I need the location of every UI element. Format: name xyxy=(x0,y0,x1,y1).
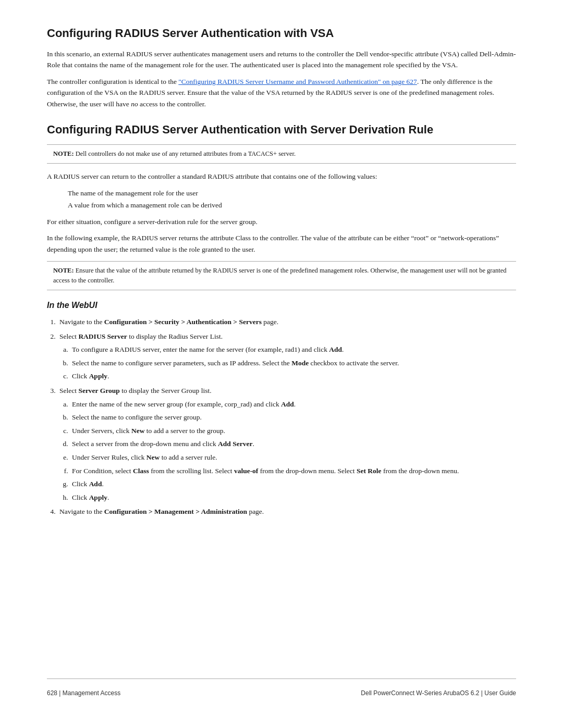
webui-step-1: Navigate to the Configuration > Security… xyxy=(57,316,516,328)
step3f-bold3: Set Role xyxy=(357,467,382,475)
bullet-item-2: A value from which a management role can… xyxy=(68,200,516,211)
step3h-text: Click xyxy=(72,493,89,501)
bullet-item-1: The name of the management role for the … xyxy=(68,188,516,199)
webui-subtitle: In the WebUI xyxy=(47,301,516,310)
footer-left: 628 | Management Access xyxy=(47,689,120,697)
step3d-text: Select a server from the drop-down menu … xyxy=(72,440,218,448)
main-content: Configuring RADIUS Server Authentication… xyxy=(47,26,516,678)
step3-sub-list: Enter the name of the new server group (… xyxy=(70,399,516,503)
derivation-bullet-list: The name of the management role for the … xyxy=(68,188,516,211)
vsa-para2-prefix: The controller configuration is identica… xyxy=(47,78,178,85)
step3f-mid2: from the drop-down menu. Select xyxy=(258,467,357,475)
step3h: Click Apply. xyxy=(70,492,516,503)
step3-bold: Server Group xyxy=(78,387,119,394)
step3e-bold: New xyxy=(146,453,160,461)
step2-sub-list: To configure a RADIUS server, enter the … xyxy=(70,344,516,382)
step3g-bold: Add xyxy=(89,480,102,488)
step3e-text: Under Server Rules, click xyxy=(72,453,146,461)
step2-end: to display the Radius Server List. xyxy=(127,332,223,340)
step3d-end: . xyxy=(252,440,254,448)
note-1-body: Dell controllers do not make use of any … xyxy=(76,150,296,157)
step3f: For Condition, select Class from the scr… xyxy=(70,465,516,477)
footer-right: Dell PowerConnect W-Series ArubaOS 6.2 |… xyxy=(361,689,516,697)
step2c-bold: Apply xyxy=(89,372,107,380)
step3a: Enter the name of the new server group (… xyxy=(70,399,516,410)
step3a-end: . xyxy=(294,400,296,408)
step3g-end: . xyxy=(102,480,103,488)
bullet-text-2: A value from which a management role can… xyxy=(68,201,222,209)
step2a-bold: Add xyxy=(329,346,342,353)
note-2-text: NOTE: Ensure that the value of the attri… xyxy=(53,266,510,286)
step1-prefix: Navigate to the xyxy=(59,318,104,326)
note-2-label: NOTE: xyxy=(53,267,74,274)
step3d-bold: Add Server xyxy=(218,440,252,448)
step1-end: page. xyxy=(262,318,278,326)
step3-end: to display the Server Group list. xyxy=(120,387,212,394)
step3a-bold: Add xyxy=(281,400,294,408)
step4-prefix: Navigate to the xyxy=(59,508,104,515)
derivation-para2: For either situation, configure a server… xyxy=(47,216,516,228)
note-box-2: NOTE: Ensure that the value of the attri… xyxy=(47,261,516,290)
vsa-para2-italic: no xyxy=(131,100,138,108)
vsa-title: Configuring RADIUS Server Authentication… xyxy=(47,26,516,41)
step3-prefix: Select xyxy=(59,387,78,394)
page-footer: 628 | Management Access Dell PowerConnec… xyxy=(47,678,516,697)
vsa-para1: In this scenario, an external RADIUS ser… xyxy=(47,48,516,71)
note-box-1: NOTE: Dell controllers do not make use o… xyxy=(47,144,516,164)
webui-step-3: Select Server Group to display the Serve… xyxy=(57,385,516,503)
step3e: Under Server Rules, click New to add a s… xyxy=(70,452,516,463)
step2-prefix: Select xyxy=(59,332,78,340)
step3c-bold: New xyxy=(131,427,145,435)
step3a-text: Enter the name of the new server group (… xyxy=(72,400,281,408)
step3b: Select the name to configure the server … xyxy=(70,412,516,423)
step2c-end: . xyxy=(107,372,109,380)
step3f-bold2: value-of xyxy=(234,467,259,475)
derivation-para1: A RADIUS server can return to the contro… xyxy=(47,171,516,182)
step2a-text: To configure a RADIUS server, enter the … xyxy=(72,346,329,353)
step3e-end: to add a server rule. xyxy=(160,453,217,461)
step2b-prefix: Select the name to configure server para… xyxy=(72,359,291,367)
vsa-para2-end: access to the controller. xyxy=(138,100,206,108)
webui-steps-list: Navigate to the Configuration > Security… xyxy=(57,316,516,517)
step2b-bold: Mode xyxy=(291,359,309,367)
step2a: To configure a RADIUS server, enter the … xyxy=(70,344,516,355)
step3h-bold: Apply xyxy=(89,493,107,501)
step3c-end: to add a server to the group. xyxy=(144,427,225,435)
step4-end: page. xyxy=(247,508,264,515)
note-2-body: Ensure that the value of the attribute r… xyxy=(53,267,507,284)
note-1-text: NOTE: Dell controllers do not make use o… xyxy=(53,149,510,159)
step4-bold: Configuration > Management > Administrat… xyxy=(104,508,247,515)
bullet-text-1: The name of the management role for the … xyxy=(68,189,198,197)
step3c: Under Servers, click New to add a server… xyxy=(70,425,516,437)
step3f-end: from the drop-down menu. xyxy=(382,467,459,475)
vsa-para2-link[interactable]: "Configuring RADIUS Server Username and … xyxy=(178,78,417,85)
step1-bold: Configuration > Security > Authenticatio… xyxy=(104,318,262,326)
step3f-mid1: from the scrolling list. Select xyxy=(149,467,234,475)
note-1-label: NOTE: xyxy=(53,150,74,157)
step2b: Select the name to configure server para… xyxy=(70,357,516,369)
step3g: Click Add. xyxy=(70,478,516,490)
webui-step-4: Navigate to the Configuration > Manageme… xyxy=(57,506,516,517)
step3d: Select a server from the drop-down menu … xyxy=(70,438,516,450)
step3h-end: . xyxy=(107,493,109,501)
step2c: Click Apply. xyxy=(70,371,516,382)
step3f-bold1: Class xyxy=(133,467,149,475)
vsa-para2: The controller configuration is identica… xyxy=(47,76,516,110)
webui-step-2: Select RADIUS Server to display the Radi… xyxy=(57,331,516,382)
step2c-text: Click xyxy=(72,372,89,380)
step2a-end: . xyxy=(342,346,344,353)
derivation-para3: In the following example, the RADIUS ser… xyxy=(47,232,516,255)
derivation-title: Configuring RADIUS Server Authentication… xyxy=(47,122,516,138)
step2-bold: RADIUS Server xyxy=(78,332,127,340)
step3f-prefix: For Condition, select xyxy=(72,467,133,475)
step2b-end: checkbox to activate the server. xyxy=(309,359,399,367)
step3b-text: Select the name to configure the server … xyxy=(72,413,202,421)
step3g-text: Click xyxy=(72,480,89,488)
step3c-text: Under Servers, click xyxy=(72,427,131,435)
page-container: Configuring RADIUS Server Authentication… xyxy=(0,0,563,728)
